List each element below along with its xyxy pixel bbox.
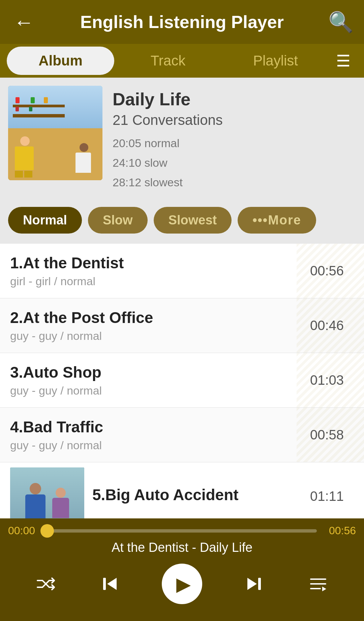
svg-rect-0 — [103, 578, 106, 590]
album-section: Daily Life 21 Conversations 20:05 normal… — [0, 78, 364, 200]
track-title: 4.Bad Traffic — [10, 418, 310, 436]
album-detail-slowest: 28:12 slowest — [113, 173, 356, 192]
svg-marker-1 — [107, 578, 117, 590]
svg-rect-2 — [258, 578, 261, 590]
album-detail-normal: 20:05 normal — [113, 134, 356, 153]
track-title: 3.Auto Shop — [10, 363, 310, 381]
app-title: English Listening Player — [36, 12, 328, 32]
track-duration: 00:58 — [310, 427, 344, 442]
album-cover — [8, 86, 102, 180]
track-duration: 01:03 — [310, 373, 344, 388]
player-bar: 00:00 00:56 At the Dentist - Daily Life … — [0, 518, 364, 621]
track-title: 1.At the Dentist — [10, 254, 310, 272]
menu-icon[interactable]: ☰ — [329, 48, 357, 74]
track-item[interactable]: 3.Auto Shop guy - guy / normal 01:03 — [0, 353, 364, 408]
track-duration: 00:46 — [310, 318, 344, 333]
album-detail-slow: 24:10 slow — [113, 153, 356, 173]
player-controls: ▶ — [0, 560, 364, 621]
shuffle-button[interactable] — [32, 570, 59, 597]
track-duration-last: 01:11 — [310, 489, 344, 504]
search-button[interactable]: 🔍 — [328, 10, 352, 34]
previous-button[interactable] — [97, 570, 124, 597]
track-meta: guy - guy / normal — [10, 439, 310, 452]
svg-marker-3 — [247, 578, 257, 590]
track-item[interactable]: 2.At the Post Office guy - guy / normal … — [0, 298, 364, 353]
track-info: 2.At the Post Office guy - guy / normal — [10, 308, 310, 343]
track-meta: guy - guy / normal — [10, 384, 310, 397]
album-subtitle: 21 Conversations — [113, 112, 356, 128]
tab-bar: Album Track Playlist ☰ — [0, 44, 364, 78]
track-info: 4.Bad Traffic guy - guy / normal — [10, 418, 310, 452]
album-title: Daily Life — [113, 89, 356, 109]
track-meta: girl - girl / normal — [10, 275, 310, 288]
play-icon: ▶ — [176, 573, 191, 595]
progress-knob[interactable] — [40, 524, 54, 538]
album-info: Daily Life 21 Conversations 20:05 normal… — [113, 86, 356, 192]
track-thumbnail — [10, 467, 84, 525]
play-button[interactable]: ▶ — [162, 564, 202, 604]
track-item[interactable]: 4.Bad Traffic guy - guy / normal 00:58 — [0, 408, 364, 462]
queue-button[interactable] — [305, 570, 332, 597]
speed-slow-button[interactable]: Slow — [88, 207, 148, 234]
track-item[interactable]: 1.At the Dentist girl - girl / normal 00… — [0, 244, 364, 298]
track-title: 2.At the Post Office — [10, 308, 310, 327]
speed-normal-button[interactable]: Normal — [8, 207, 82, 234]
tab-track[interactable]: Track — [114, 47, 222, 75]
track-title-last: 5.Big Auto Accident — [92, 486, 310, 504]
tab-playlist[interactable]: Playlist — [222, 47, 329, 75]
next-button[interactable] — [240, 570, 267, 597]
speed-slowest-button[interactable]: Slowest — [154, 207, 232, 234]
back-button[interactable]: ← — [12, 10, 36, 34]
current-time: 00:00 — [8, 524, 42, 537]
track-info: 1.At the Dentist girl - girl / normal — [10, 254, 310, 288]
progress-bar[interactable] — [47, 529, 317, 533]
tab-album[interactable]: Album — [7, 47, 114, 75]
track-duration: 00:56 — [310, 263, 344, 278]
speed-more-button[interactable]: •••More — [238, 207, 316, 234]
header: ← English Listening Player 🔍 — [0, 0, 364, 44]
track-info: 3.Auto Shop guy - guy / normal — [10, 363, 310, 397]
track-list: 1.At the Dentist girl - girl / normal 00… — [0, 244, 364, 530]
progress-row: 00:00 00:56 — [0, 518, 364, 538]
end-time: 00:56 — [322, 524, 356, 537]
svg-marker-7 — [322, 587, 326, 591]
speed-buttons: Normal Slow Slowest •••More — [0, 200, 364, 244]
track-meta: guy - guy / normal — [10, 329, 310, 343]
player-track-name: At the Dentist - Daily Life — [0, 538, 364, 560]
